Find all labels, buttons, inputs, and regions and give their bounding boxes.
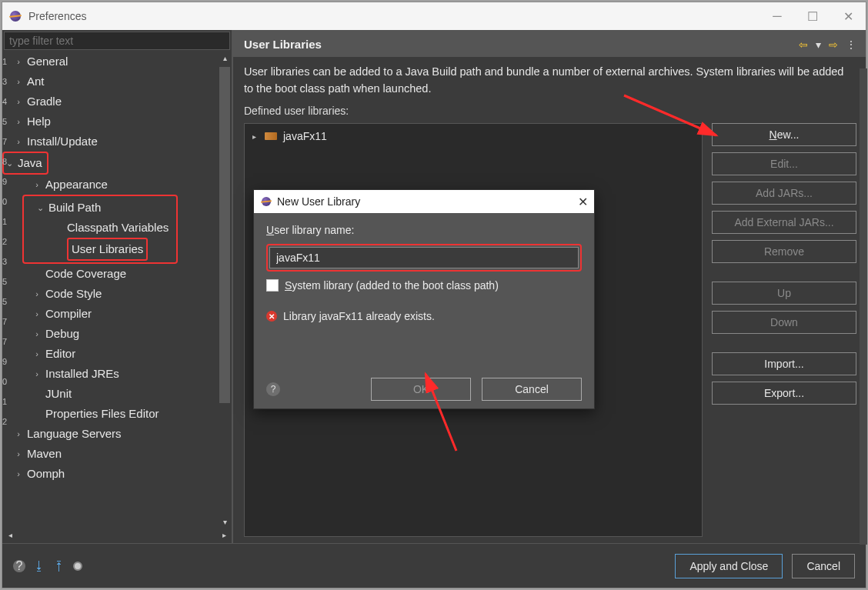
tree-buildpath[interactable]: Build Path — [48, 198, 101, 218]
scroll-thumb[interactable] — [219, 67, 230, 403]
ok-button: OK — [371, 378, 471, 401]
dialog-title: New User Library — [277, 195, 360, 208]
sidebar: 1345789012355779012 ›General ›Ant ›Gradl… — [2, 30, 233, 543]
new-user-library-dialog: New User Library ✕ User library name: Sy… — [253, 189, 595, 409]
cancel-button[interactable]: Cancel — [792, 554, 855, 578]
nav-menu-icon[interactable]: ⋮ — [846, 38, 856, 51]
tree-help[interactable]: Help — [27, 112, 51, 132]
tree-junit[interactable]: JUnit — [45, 384, 72, 404]
library-item: ▸ javaFx11 — [252, 130, 694, 142]
record-icon[interactable] — [73, 562, 82, 571]
library-name-input[interactable] — [269, 247, 579, 268]
tree-debug[interactable]: Debug — [45, 324, 79, 344]
dialog-field-label: User library name: — [266, 224, 582, 236]
add-external-jars-button: Add External JARs... — [712, 211, 856, 234]
titlebar: Preferences ─ ☐ ✕ — [2, 2, 866, 30]
tree-langservers[interactable]: Language Servers — [27, 424, 122, 444]
system-library-label: System library (added to the boot class … — [285, 279, 499, 292]
library-icon — [265, 132, 277, 140]
error-icon: ✕ — [266, 311, 277, 322]
tree-hscrollbar[interactable]: ◂ ▸ — [2, 529, 232, 543]
help-icon[interactable]: ? — [266, 382, 280, 396]
tree-user-libraries[interactable]: User Libraries — [67, 238, 148, 261]
main-panel: User Libraries ⇦ ▾ ⇨ ⋮ User libraries ca… — [233, 30, 866, 543]
panel-description: User libraries can be added to a Java Bu… — [233, 57, 866, 102]
import-prefs-icon[interactable]: ⭳ — [33, 559, 45, 573]
tree-general[interactable]: General — [27, 52, 68, 72]
window-title: Preferences — [28, 10, 86, 22]
scroll-left-icon[interactable]: ◂ — [4, 530, 16, 542]
scroll-right-icon[interactable]: ▸ — [218, 530, 230, 542]
tree-codecov[interactable]: Code Coverage — [45, 264, 126, 284]
minimize-button[interactable]: ─ — [760, 2, 795, 30]
eclipse-icon — [8, 9, 22, 23]
up-button: Up — [712, 282, 856, 305]
panel-subtitle: Defined user libraries: — [233, 102, 866, 120]
footer: ? ⭳ ⭱ Apply and Close Cancel — [2, 543, 866, 588]
cancel-button[interactable]: Cancel — [482, 378, 582, 401]
nav-back-icon[interactable]: ⇦ — [799, 38, 808, 51]
tree-compiler[interactable]: Compiler — [45, 304, 92, 324]
tree-editor[interactable]: Editor — [45, 344, 75, 364]
nav-forward-icon[interactable]: ⇨ — [829, 38, 838, 51]
chevron-right-icon[interactable]: ▸ — [252, 132, 260, 141]
nav-history-dropdown-icon[interactable]: ▾ — [816, 38, 821, 51]
close-button[interactable]: ✕ — [830, 2, 866, 30]
tree-jres[interactable]: Installed JREs — [45, 364, 119, 384]
export-button[interactable]: Export... — [712, 382, 856, 405]
system-library-checkbox[interactable] — [266, 279, 279, 292]
edit-button: Edit... — [712, 152, 856, 175]
dialog-close-icon[interactable]: ✕ — [578, 195, 588, 209]
tree-java[interactable]: Java — [18, 153, 42, 173]
help-icon[interactable]: ? — [13, 560, 25, 572]
tree-classpath[interactable]: Classpath Variables — [67, 218, 169, 238]
tree-appearance[interactable]: Appearance — [45, 175, 108, 195]
add-jars-button: Add JARs... — [712, 182, 856, 205]
tree-install[interactable]: Install/Update — [27, 132, 98, 152]
tree-propfiles[interactable]: Properties Files Editor — [45, 404, 159, 424]
preferences-window: Preferences ─ ☐ ✕ 1345789012355779012 ›G… — [2, 2, 866, 588]
tree-vscrollbar[interactable]: ▴ ▾ — [218, 52, 232, 529]
dialog-titlebar: New User Library ✕ — [254, 190, 594, 213]
error-message: Library javaFx11 already exists. — [283, 310, 435, 322]
page-title: User Libraries — [244, 38, 322, 51]
scroll-up-icon[interactable]: ▴ — [219, 53, 231, 65]
tree-maven[interactable]: Maven — [27, 444, 62, 464]
button-column: New... Edit... Add JARs... Add External … — [712, 123, 856, 537]
export-prefs-icon[interactable]: ⭱ — [53, 559, 65, 573]
preferences-tree[interactable]: ›General ›Ant ›Gradle ›Help ›Install/Upd… — [2, 52, 218, 529]
import-button[interactable]: Import... — [712, 352, 856, 375]
down-button: Down — [712, 311, 856, 334]
library-item-label[interactable]: javaFx11 — [283, 130, 327, 142]
new-button[interactable]: New... — [712, 123, 856, 146]
scroll-down-icon[interactable]: ▾ — [219, 517, 231, 529]
apply-and-close-button[interactable]: Apply and Close — [675, 554, 783, 578]
remove-button: Remove — [712, 240, 856, 263]
filter-input[interactable] — [4, 32, 230, 50]
tree-gradle[interactable]: Gradle — [27, 92, 62, 112]
tree-codestyle[interactable]: Code Style — [45, 284, 102, 304]
tree-ant[interactable]: Ant — [27, 72, 45, 92]
tree-oomph[interactable]: Oomph — [27, 464, 65, 484]
panel-scrollbar[interactable] — [860, 68, 867, 545]
maximize-button[interactable]: ☐ — [795, 2, 830, 30]
eclipse-icon — [260, 195, 272, 208]
